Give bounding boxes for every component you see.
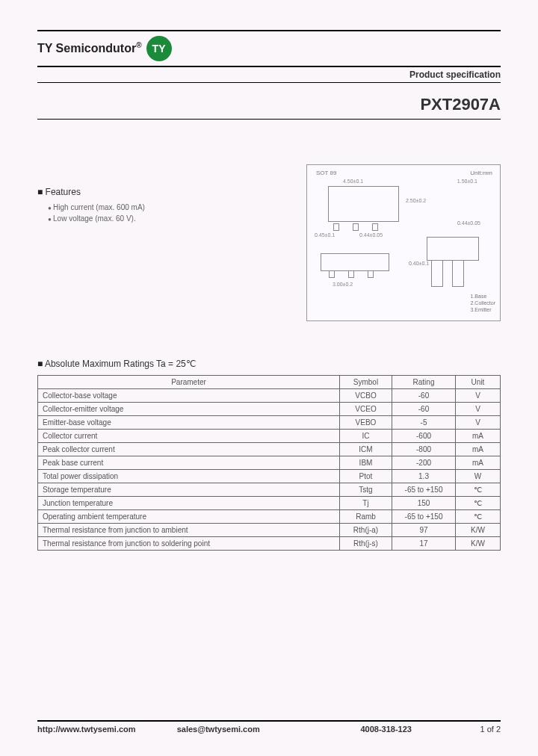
part-number: PXT2907A [420, 95, 501, 114]
package-label: SOT 89 [316, 170, 336, 176]
table-row: Junction temperatureTj150℃ [38, 497, 501, 510]
table-row: Peak collector currentICM-800mA [38, 443, 501, 456]
dimension-label: 2.50±0.2 [406, 198, 426, 203]
cell-symbol: Rth(j-s) [340, 537, 392, 551]
cell-parameter: Operating ambient temperature [38, 510, 340, 524]
dimension-label: 0.45±0.1 [315, 232, 335, 238]
cell-parameter: Peak base current [38, 456, 340, 470]
footer-url: http://www.twtysemi.com [37, 725, 177, 734]
cell-rating: 17 [392, 537, 456, 551]
cell-rating: -65 to +150 [392, 510, 456, 524]
table-row: Emitter-base voltageVEBO-5V [38, 416, 501, 430]
cell-rating: 150 [392, 497, 456, 510]
pins-icon [333, 223, 378, 231]
cell-rating: -800 [392, 443, 456, 456]
outline-top-icon [328, 186, 399, 222]
cell-symbol: VCEO [340, 403, 392, 416]
table-row: Peak base currentIBM-200mA [38, 456, 501, 470]
cell-parameter: Emitter-base voltage [38, 416, 340, 430]
cell-unit: K/W [456, 524, 501, 537]
cell-symbol: VEBO [340, 416, 392, 430]
col-rating: Rating [392, 376, 456, 389]
cell-unit: mA [456, 430, 501, 443]
cell-rating: -60 [392, 389, 456, 403]
cell-unit: K/W [456, 537, 501, 551]
cell-parameter: Total power dissipation [38, 470, 340, 483]
cell-parameter: Collector-emitter voltage [38, 403, 340, 416]
dimension-label: 0.44±0.05 [359, 232, 383, 238]
dimension-label: 3.00±0.2 [333, 282, 353, 287]
cell-rating: -200 [392, 456, 456, 470]
footer-phone: 4008-318-123 [316, 725, 456, 734]
cell-symbol: Ramb [340, 510, 392, 524]
outline-side-icon [321, 253, 389, 271]
features-heading: Features [37, 187, 291, 197]
cell-unit: ℃ [456, 510, 501, 524]
cell-unit: V [456, 416, 501, 430]
cell-symbol: Ptot [340, 470, 392, 483]
table-header-row: Parameter Symbol Rating Unit [38, 376, 501, 389]
brand-logo-icon: TY [146, 36, 172, 61]
cell-rating: 97 [392, 524, 456, 537]
table-row: Collector currentIC-600mA [38, 430, 501, 443]
pin-labels: 1.Base 2.Collector 3.Emitter [471, 293, 495, 313]
table-row: Collector-emitter voltageVCEO-60V [38, 403, 501, 416]
cell-parameter: Collector current [38, 430, 340, 443]
ratings-section: Absolute Maximum Ratings Ta = 25℃ Parame… [37, 359, 501, 551]
cell-rating: -600 [392, 430, 456, 443]
cell-symbol: Rth(j-a) [340, 524, 392, 537]
cell-symbol: IC [340, 430, 392, 443]
product-specification-label: Product specification [37, 66, 501, 83]
cell-rating: 1.3 [392, 470, 456, 483]
footer-email: sales@twtysemi.com [177, 725, 317, 734]
col-symbol: Symbol [340, 376, 392, 389]
cell-unit: mA [456, 456, 501, 470]
feature-item: High current (max. 600 mA) [48, 203, 291, 211]
cell-parameter: Thermal resistance from junction to sold… [38, 537, 340, 551]
dimension-label: 0.44±0.05 [457, 220, 480, 226]
cell-parameter: Collector-base voltage [38, 389, 340, 403]
ratings-table: Parameter Symbol Rating Unit Collector-b… [37, 375, 501, 551]
outline-bottom-icon [427, 237, 479, 297]
cell-unit: ℃ [456, 497, 501, 510]
cell-parameter: Peak collector current [38, 443, 340, 456]
table-row: Thermal resistance from junction to ambi… [38, 524, 501, 537]
table-row: Operating ambient temperatureRamb-65 to … [38, 510, 501, 524]
cell-parameter: Thermal resistance from junction to ambi… [38, 524, 340, 537]
cell-unit: ℃ [456, 483, 501, 497]
cell-symbol: VCBO [340, 389, 392, 403]
col-unit: Unit [456, 376, 501, 389]
cell-symbol: IBM [340, 456, 392, 470]
cell-symbol: Tj [340, 497, 392, 510]
table-row: Total power dissipationPtot1.3W [38, 470, 501, 483]
dimension-label: 1.50±0.1 [457, 179, 477, 184]
col-parameter: Parameter [38, 376, 340, 389]
cell-symbol: ICM [340, 443, 392, 456]
unit-label: Unit:mm [470, 170, 492, 176]
cell-rating: -60 [392, 403, 456, 416]
ratings-heading: Absolute Maximum Ratings Ta = 25℃ [37, 359, 501, 369]
page-number: 1 of 2 [456, 725, 501, 734]
cell-rating: -65 to +150 [392, 483, 456, 497]
cell-parameter: Junction temperature [38, 497, 340, 510]
table-row: Collector-base voltageVCBO-60V [38, 389, 501, 403]
cell-unit: W [456, 470, 501, 483]
cell-symbol: Tstg [340, 483, 392, 497]
dimension-label: 4.50±0.1 [343, 179, 363, 184]
cell-unit: V [456, 403, 501, 416]
part-number-row: PXT2907A [37, 83, 501, 120]
footer: http://www.twtysemi.com sales@twtysemi.c… [37, 720, 501, 734]
brand-row: TY Semicondutor® TY [37, 36, 501, 61]
cell-unit: mA [456, 443, 501, 456]
table-row: Storage temperatureTstg-65 to +150℃ [38, 483, 501, 497]
package-diagram: SOT 89 Unit:mm 4.50±0.1 1.50±0.1 2.50±0.… [306, 164, 501, 321]
cell-parameter: Storage temperature [38, 483, 340, 497]
cell-unit: V [456, 389, 501, 403]
brand-name: TY Semicondutor® [37, 41, 142, 55]
table-row: Thermal resistance from junction to sold… [38, 537, 501, 551]
cell-rating: -5 [392, 416, 456, 430]
feature-item: Low voltage (max. 60 V). [48, 214, 291, 223]
features-section: Features High current (max. 600 mA) Low … [37, 164, 291, 321]
